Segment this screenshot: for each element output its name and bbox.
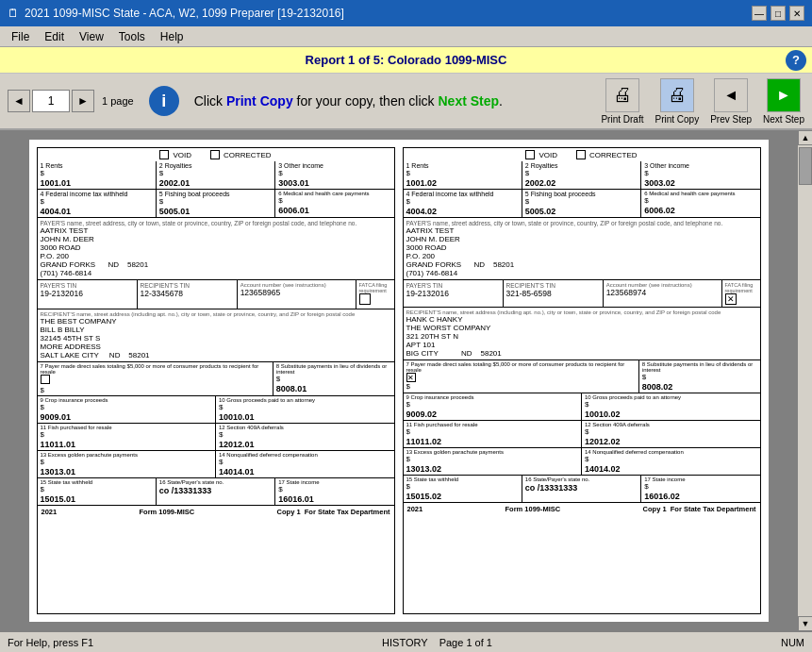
void-checkbox[interactable] — [159, 150, 169, 159]
recipient-r-line3: 321 20TH ST N — [406, 332, 757, 341]
prev-step-button[interactable]: ◄ Prev Step — [710, 78, 752, 125]
help-button[interactable]: ? — [786, 50, 806, 71]
fed-value: 4004.01 — [41, 206, 153, 216]
field-medical-left: 6 Medical and health care payments $ 600… — [275, 190, 393, 217]
corrected-checkbox-right[interactable] — [576, 150, 586, 159]
history-text: HISTORY — [382, 637, 427, 648]
next-step-label: Next Step — [763, 114, 804, 125]
royalties-label: 2 Royalties — [159, 162, 272, 169]
box13-value-right: 13013.02 — [406, 463, 579, 474]
num-text: NUM — [781, 637, 804, 648]
payer-line5: GRAND FORKS ND 58201 — [41, 260, 391, 269]
nav-group: ◄ ► — [8, 90, 94, 112]
royalties-value: 2002.01 — [159, 177, 272, 188]
status-bar: For Help, press F1 HISTORY Page 1 of 1 N… — [0, 631, 812, 652]
fishing-label: 5 Fishing boat proceeds — [159, 191, 272, 197]
box15-right: 15 State tax withheld $ 15015.02 — [404, 476, 522, 502]
medical-value-right: 6006.02 — [644, 205, 756, 215]
scroll-track[interactable] — [798, 145, 812, 616]
scroll-down-button[interactable]: ▼ — [798, 616, 812, 631]
content-area[interactable]: VOID CORRECTED 1 Rents $ 1001.01 2 Royal… — [0, 130, 797, 631]
app-icon: 🗒 — [8, 7, 19, 20]
form-copy-left: Copy 1 For State Tax Department — [277, 508, 390, 516]
box7-checkbox-right[interactable] — [406, 373, 416, 382]
print-draft-icon: 🖨 — [605, 78, 639, 112]
next-page-button[interactable]: ► — [72, 90, 94, 112]
box7-checkbox-left[interactable] — [41, 375, 50, 384]
row-1-2-3: 1 Rents $ 1001.01 2 Royalties $ 2002.01 … — [38, 161, 394, 190]
print-draft-label: Print Draft — [601, 114, 643, 125]
menu-file[interactable]: File — [4, 28, 37, 45]
main-area: VOID CORRECTED 1 Rents $ 1001.01 2 Royal… — [0, 130, 812, 631]
fishing-value-right: 5005.02 — [525, 206, 638, 216]
payer-line2: JOHN M. DEER — [41, 235, 391, 243]
row-15-16-17-right: 15 State tax withheld $ 15015.02 16 Stat… — [404, 476, 760, 503]
fatca-checkbox-left[interactable] — [359, 293, 371, 305]
void-label: VOID — [173, 151, 191, 159]
box10-value-right: 10010.02 — [585, 409, 757, 419]
scrollbar-vertical[interactable]: ▲ ▼ — [797, 130, 812, 631]
row-1-2-3-right: 1 Rents $ 1001.02 2 Royalties $ 2002.02 … — [404, 161, 760, 190]
form-left: VOID CORRECTED 1 Rents $ 1001.01 2 Royal… — [37, 147, 395, 614]
box8-value-left: 8008.01 — [276, 383, 391, 393]
form-left-header: VOID CORRECTED — [38, 148, 394, 161]
medical-value: 6006.01 — [278, 205, 390, 215]
scroll-up-button[interactable]: ▲ — [798, 130, 812, 145]
corrected-checkbox[interactable] — [210, 150, 220, 159]
void-section: VOID — [159, 150, 191, 159]
menu-edit[interactable]: Edit — [37, 28, 72, 45]
corrected-label: CORRECTED — [224, 151, 272, 159]
tin-row-right: PAYER'S TIN 19-2132016 RECIPIENT'S TIN 3… — [404, 280, 760, 308]
menu-tools[interactable]: Tools — [111, 28, 153, 45]
box13-left: 13 Excess golden parachute payments $ 13… — [38, 451, 217, 477]
void-checkbox-right[interactable] — [525, 150, 535, 159]
title-bar-text: 2021 1099-MISC State - ACA, W2, 1099 Pre… — [25, 7, 344, 20]
payer-label-left: PAYER'S name, street address, city or to… — [41, 220, 391, 226]
recipient-tin-value-right: 321-85-6598 — [506, 289, 600, 298]
box15-value-left: 15015.01 — [41, 493, 153, 504]
print-copy-button[interactable]: 🖨 Print Copy — [655, 78, 699, 125]
print-draft-button[interactable]: 🖨 Print Draft — [601, 78, 643, 125]
field-fishing-right: 5 Fishing boat proceeds $ 5005.02 — [522, 190, 641, 217]
corrected-section-right: CORRECTED — [576, 150, 638, 159]
page-number-input[interactable] — [32, 90, 70, 112]
form-name-right: Form 1099-MISC — [505, 505, 561, 513]
box17-left: 17 State income $ 16016.01 — [275, 478, 393, 505]
field-rents-right: 1 Rents $ 1001.02 — [404, 161, 522, 189]
field-other-left: 3 Other income $ 3003.01 — [275, 161, 393, 189]
account-num-right: Account number (see instructions) 123568… — [604, 280, 722, 307]
info-icon: i — [149, 86, 179, 116]
form-footer-left: 2021 Form 1099-MISC Copy 1 For State Tax… — [38, 506, 394, 518]
recipient-r-line1: HANK C HANKY — [406, 315, 757, 324]
prev-page-button[interactable]: ◄ — [8, 90, 30, 112]
close-button[interactable]: ✕ — [789, 6, 804, 21]
recipient-line4: MORE ADDRESS — [41, 343, 391, 351]
box10-left: 10 Gross proceeds paid to an attorney $ … — [216, 396, 394, 423]
menu-help[interactable]: Help — [153, 28, 191, 45]
minimize-button[interactable]: — — [752, 6, 767, 21]
next-step-button[interactable]: ► Next Step — [763, 78, 804, 125]
box17-value-left: 16016.01 — [278, 493, 390, 504]
menu-view[interactable]: View — [72, 28, 111, 45]
prev-step-icon: ◄ — [714, 78, 748, 112]
form-copy-right: Copy 1 For State Tax Department — [643, 505, 756, 513]
field-fishing-left: 5 Fishing boat proceeds $ 5005.01 — [157, 190, 275, 217]
box12-value-right: 12012.02 — [585, 436, 757, 446]
box8-right: 8 Substitute payments in lieu of dividen… — [639, 360, 760, 393]
fatca-right: FATCA filing requirement — [722, 280, 760, 307]
maximize-button[interactable]: □ — [771, 6, 786, 21]
row-9-10-right: 9 Crop insurance proceeds $ 9009.02 10 G… — [404, 393, 760, 421]
box9-value-right: 9009.02 — [406, 409, 579, 419]
print-copy-label: Print Copy — [655, 114, 699, 125]
scroll-thumb[interactable] — [799, 147, 812, 185]
box10-right: 10 Gross proceeds paid to an attorney $ … — [582, 393, 760, 420]
recipient-line5: SALT LAKE CITY ND 58201 — [41, 351, 391, 359]
row-13-14-right: 13 Excess golden parachute payments $ 13… — [404, 448, 760, 476]
box16-left: 16 State/Payer's state no. co /13331333 — [157, 478, 275, 505]
row-11-12-right: 11 Fish purchased for resale $ 11011.02 … — [404, 421, 760, 448]
row-13-14: 13 Excess golden parachute payments $ 13… — [38, 451, 394, 478]
fatca-checkbox-right[interactable] — [725, 293, 737, 305]
next-step-icon: ► — [767, 78, 801, 112]
payer-address-right: PAYER'S name, street address, city or to… — [404, 218, 760, 280]
account-num-value-left: 123658965 — [240, 288, 353, 297]
